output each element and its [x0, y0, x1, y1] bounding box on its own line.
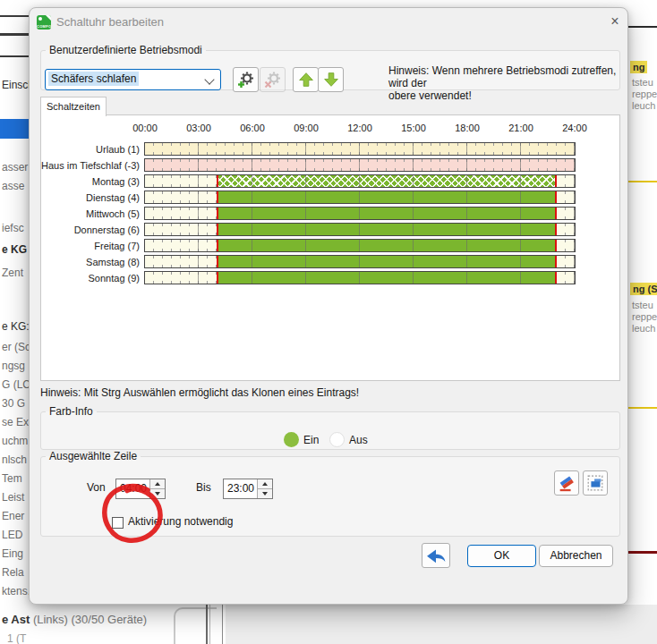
background-selected-row	[0, 119, 29, 139]
cancel-button[interactable]: Abbrechen	[539, 545, 613, 567]
time-label: 15:00	[401, 123, 426, 133]
background-text-fragment: LED	[2, 529, 22, 541]
bis-value[interactable]: 23:00	[224, 479, 257, 498]
schedule-row-track[interactable]	[144, 255, 576, 268]
schedule-row-label: Urlaub (1)	[42, 142, 144, 156]
schedule-row-label: Donnerstag (6)	[42, 223, 144, 236]
background-text-fragment: tsteu	[632, 300, 653, 310]
betriebsmodi-group-label: Benutzerdefinierte Betriebsmodi	[46, 44, 206, 56]
icon-comfo-text: COMFO	[37, 24, 51, 29]
schedule-row-track[interactable]	[144, 191, 576, 204]
schedule-row-label: Dienstag (4)	[42, 191, 144, 204]
selected-row-group: Ausgewählte Zeile Von 04:00 Bis 23:00	[40, 450, 620, 537]
background-bottom-panel: e Ast (Links) (30/50 Geräte) 1 (T	[0, 605, 657, 644]
schedule-row-track[interactable]	[144, 223, 576, 236]
schedule-row-track[interactable]	[144, 207, 576, 220]
schedule-row: Haus im Tiefschlaf (-3)	[42, 158, 576, 172]
background-text-fragment: Leist	[2, 491, 24, 504]
von-value[interactable]: 04:00	[116, 479, 149, 498]
schedule-row-label: Freitag (7)	[42, 239, 144, 252]
schedule-bar[interactable]	[217, 240, 557, 251]
tick-marks	[145, 143, 575, 146]
background-text-fragment: Zent	[2, 267, 23, 279]
background-text-fragment: tsteu	[632, 77, 653, 88]
background-text-fragment: 30 G	[2, 397, 25, 410]
divider	[0, 55, 29, 57]
schedule-rows: Urlaub (1)Haus im Tiefschlaf (-3)Montag …	[42, 142, 576, 287]
divider	[206, 605, 208, 644]
off-color-dot	[329, 432, 345, 447]
move-down-button[interactable]	[318, 67, 344, 92]
background-text-fragment: ng (S	[630, 283, 657, 295]
background-area	[226, 605, 657, 644]
on-color-dot	[284, 432, 299, 447]
on-label: Ein	[303, 434, 319, 446]
schedule-row: Donnerstag (6)	[42, 223, 576, 236]
schedule-bar[interactable]	[217, 208, 557, 219]
selection-copy-icon	[585, 473, 605, 493]
von-label: Von	[87, 481, 106, 494]
background-text-fragment: ktens.	[2, 585, 29, 597]
ok-button[interactable]: OK	[467, 545, 536, 567]
spin-down-icon[interactable]	[150, 489, 165, 498]
background-text-fragment: uchm	[2, 435, 28, 447]
schaltuhr-dialog: COMFO Schaltuhr bearbeiten × Benutzerdef…	[29, 7, 628, 605]
select-clone-button[interactable]	[583, 470, 608, 496]
schedule-row: Samstag (8)	[42, 255, 576, 268]
spin-up-icon[interactable]	[150, 479, 165, 489]
betriebsmodi-group: Benutzerdefinierte Betriebsmodi Schäfers…	[40, 44, 620, 90]
spin-down-icon[interactable]	[258, 489, 272, 498]
background-tree-item: e Ast (Links) (30/50 Geräte)	[2, 613, 147, 626]
schedule-bar[interactable]	[217, 272, 557, 284]
tab-schaltzeiten[interactable]: Schaltzeiten	[40, 97, 107, 116]
aktivierung-checkbox[interactable]	[112, 517, 124, 529]
background-text-fragment: reppe	[632, 311, 657, 322]
betriebsmodi-dropdown[interactable]: Schäfers schlafen	[45, 69, 221, 90]
schedule-row-track[interactable]	[144, 239, 576, 252]
farbinfo-group: Farb-Info Ein Aus	[40, 405, 620, 450]
von-spin-buttons[interactable]	[149, 479, 165, 498]
background-text-fragment: asse	[2, 180, 24, 192]
divider	[628, 26, 657, 28]
bis-spin-buttons[interactable]	[257, 479, 272, 498]
tick-marks	[145, 159, 575, 162]
schedule-row-track[interactable]	[144, 271, 576, 284]
spin-up-icon[interactable]	[258, 479, 272, 489]
schedule-row-label: Haus im Tiefschlaf (-3)	[42, 158, 144, 172]
divider	[209, 605, 210, 644]
schedule-bar[interactable]	[217, 256, 557, 267]
schedule-row-label: Sonntag (9)	[42, 271, 144, 284]
titlebar[interactable]: COMFO Schaltuhr bearbeiten ×	[30, 8, 627, 37]
time-label: 24:00	[562, 123, 587, 133]
back-button[interactable]	[422, 543, 450, 568]
von-spinner[interactable]: 04:00	[115, 479, 166, 499]
time-label: 09:00	[294, 123, 319, 133]
time-label: 18:00	[455, 123, 480, 133]
schedule-bar[interactable]	[217, 191, 557, 203]
background-text-fragment: ng	[630, 61, 647, 73]
time-label: 00:00	[132, 123, 158, 133]
add-mode-button[interactable]	[233, 67, 259, 92]
schedule-row-track[interactable]	[144, 174, 576, 188]
bis-spinner[interactable]: 23:00	[223, 479, 273, 499]
gear-plus-icon	[237, 71, 255, 89]
erase-button[interactable]	[554, 470, 579, 496]
eraser-icon	[557, 473, 576, 493]
divider	[0, 33, 29, 36]
divider	[628, 407, 657, 409]
divider	[222, 605, 223, 644]
tree-item-rest: (Links) (30/50 Geräte)	[30, 613, 147, 626]
back-arrow-icon	[424, 545, 448, 566]
move-up-button[interactable]	[293, 67, 319, 92]
hint-line-1: Hinweis: Wenn mehrere Betriebsmodi zutre…	[388, 64, 616, 89]
schedule-row-track[interactable]	[144, 142, 576, 156]
schedule-row-track[interactable]	[144, 158, 576, 172]
close-icon[interactable]: ×	[605, 12, 625, 31]
farbinfo-group-label: Farb-Info	[46, 405, 97, 418]
icon-fold	[46, 15, 51, 21]
delete-mode-button[interactable]	[260, 67, 286, 92]
background-text-fragment: iefsc	[2, 222, 24, 234]
schedule-bar-selected[interactable]	[217, 175, 557, 187]
schedule-panel: 00:0003:0006:0009:0012:0015:0018:0021:00…	[40, 114, 620, 381]
schedule-bar[interactable]	[217, 224, 557, 235]
